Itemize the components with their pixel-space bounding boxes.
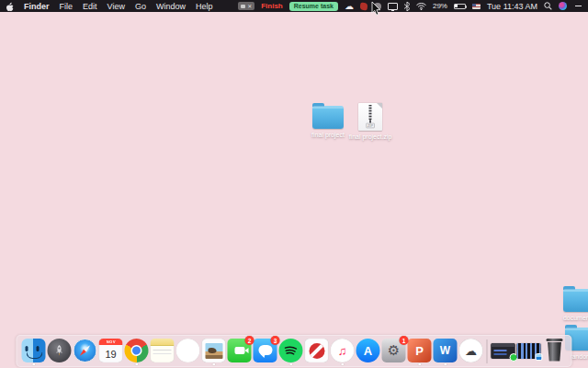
calendar-icon: NOV 19 [99, 339, 123, 362]
spotify-icon [279, 339, 303, 362]
photos-icon [176, 339, 200, 362]
menu-go[interactable]: Go [135, 2, 146, 11]
dock-safari[interactable] [73, 338, 98, 366]
facetime-badge: 2 [245, 336, 254, 345]
folder-icon [312, 106, 344, 129]
menu-bar: Finder File Edit View Go Window Help ✕ F… [0, 0, 588, 12]
dock-cloud-app[interactable]: ☁ [458, 338, 484, 366]
dock-minimized-window-2[interactable] [516, 338, 542, 366]
calendar-day: 19 [99, 345, 123, 362]
spotlight-search-icon[interactable] [544, 2, 552, 10]
running-indicator [135, 363, 138, 366]
powerpoint-p-glyph: P [415, 344, 424, 358]
finder-icon [22, 339, 46, 362]
prohibition-sign-glyph [309, 343, 324, 359]
powerpoint-icon: P [408, 339, 432, 362]
mouse-cursor [371, 2, 382, 17]
running-indicator [444, 363, 447, 366]
trash-icon [547, 339, 563, 366]
menu-clock[interactable]: Tue 11:43 AM [487, 2, 537, 11]
video-camera-glyph [234, 347, 244, 354]
dock-divider [487, 339, 488, 363]
apple-menu[interactable] [6, 2, 14, 11]
display-mirroring-icon[interactable] [388, 3, 398, 10]
app-store-a-glyph: A [364, 344, 372, 358]
menu-bar-left: Finder File Edit View Go Window Help [6, 2, 212, 11]
red-app-status-icon[interactable] [359, 2, 368, 10]
notification-center-icon[interactable] [573, 3, 582, 10]
dock-music[interactable]: ♫ [330, 338, 356, 366]
system-preferences-badge: 1 [400, 336, 409, 345]
app-store-icon: A [356, 339, 380, 362]
running-indicator [212, 363, 215, 366]
running-indicator [289, 363, 292, 366]
desktop-icon-label: documents [563, 315, 588, 322]
dock-minimized-window-1[interactable] [491, 338, 516, 366]
dock-preview[interactable] [201, 338, 227, 366]
battery-icon[interactable] [454, 4, 466, 9]
desktop-file-final-project-zip[interactable]: ZIP final project.zip [348, 103, 392, 141]
desktop-icon-label: final project [311, 132, 345, 139]
dock-calendar[interactable]: NOV 19 [98, 338, 124, 366]
menu-window[interactable]: Window [156, 2, 186, 11]
running-indicator [341, 363, 344, 366]
dock-trash[interactable] [542, 338, 568, 366]
dock-system-preferences[interactable]: ⚙ 1 [381, 338, 407, 366]
desktop-icon-label: random [570, 353, 588, 361]
rocket-glyph [53, 344, 66, 357]
dock-word[interactable]: W [433, 338, 458, 366]
compass-needle [78, 344, 91, 357]
recording-icon [241, 5, 245, 8]
running-indicator [32, 363, 35, 366]
chrome-icon [120, 334, 153, 367]
finish-button[interactable]: Finish [261, 2, 283, 10]
music-note-glyph: ♫ [338, 344, 347, 358]
no-entry-icon [305, 339, 329, 362]
dock-messages[interactable]: 3 [253, 338, 278, 366]
menu-edit[interactable]: Edit [83, 2, 97, 11]
menu-help[interactable]: Help [196, 2, 213, 11]
notes-icon [151, 339, 175, 362]
page-fold [377, 103, 382, 109]
dock-photos[interactable] [175, 338, 201, 366]
desktop-folder-final-project[interactable]: final project [306, 106, 350, 139]
menu-view[interactable]: View [107, 2, 125, 11]
dock-powerpoint[interactable]: P [407, 338, 433, 366]
zip-tag-label: ZIP [366, 123, 374, 129]
siri-icon[interactable] [559, 2, 567, 10]
cloud-status-icon[interactable]: ☁ [345, 2, 354, 11]
minimized-window-thumbnail [492, 343, 515, 359]
apple-logo-icon [6, 2, 14, 11]
close-icon[interactable]: ✕ [247, 3, 252, 9]
dock-blocked-app[interactable] [304, 338, 330, 366]
wifi-icon[interactable] [416, 3, 426, 10]
desktop-icon-label: final project.zip [349, 133, 392, 141]
dock-launchpad[interactable] [47, 338, 73, 366]
dock-spotify[interactable] [278, 338, 304, 366]
gear-icon: ⚙ [388, 342, 400, 359]
preview-icon [202, 339, 226, 362]
menu-finder[interactable]: Finder [24, 2, 50, 11]
dock-app-store[interactable]: A [356, 338, 381, 366]
desktop-folder-documents[interactable]: documents [557, 289, 588, 322]
word-icon: W [434, 339, 458, 362]
dock: NOV 19 2 3 ♫ A [17, 335, 572, 367]
battery-percent[interactable]: 29% [433, 2, 447, 10]
dock-notes[interactable] [150, 338, 175, 366]
trash-body [547, 342, 562, 362]
menu-bar-status: ✕ Finish Resume task ☁ 29% Tue 11:43 AM [238, 2, 582, 11]
safari-icon [74, 339, 97, 362]
bluetooth-icon[interactable] [404, 2, 410, 11]
dock-finder[interactable] [21, 338, 47, 366]
input-source-icon[interactable] [472, 4, 481, 9]
dock-chrome[interactable] [124, 338, 150, 366]
running-indicator [418, 363, 421, 366]
cloud-glyph: ☁ [465, 344, 477, 358]
menu-file[interactable]: File [60, 2, 74, 11]
dock-facetime[interactable]: 2 [227, 338, 253, 366]
minimized-window-thumbnail [517, 343, 541, 359]
resume-task-button[interactable]: Resume task [289, 2, 338, 11]
folder-icon [563, 289, 588, 312]
overlay-session-badge[interactable]: ✕ [238, 2, 254, 10]
cloud-app-icon: ☁ [459, 339, 483, 362]
